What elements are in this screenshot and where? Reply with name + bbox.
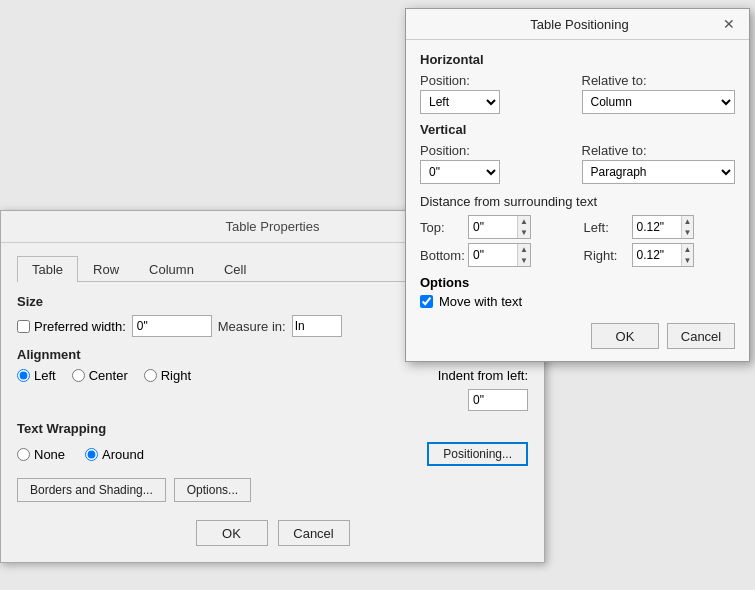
positioning-button[interactable]: Positioning...: [427, 442, 528, 466]
wrap-none-radio[interactable]: [17, 448, 30, 461]
pref-width-input[interactable]: [132, 315, 212, 337]
left-input-wrap: ▲ ▼: [632, 215, 695, 239]
v-position-label: Position:: [420, 143, 574, 158]
top-input-wrap: ▲ ▼: [468, 215, 531, 239]
align-right-text: Right: [161, 368, 191, 383]
horizontal-label: Horizontal: [420, 52, 735, 67]
distance-section: Distance from surrounding text Top: ▲ ▼ …: [420, 194, 735, 267]
left-spin-down[interactable]: ▼: [682, 227, 694, 238]
align-right-label[interactable]: Right: [144, 368, 191, 383]
measure-in-label: Measure in:: [218, 319, 286, 334]
bottom-input[interactable]: [469, 244, 517, 266]
left-spin-up[interactable]: ▲: [682, 216, 694, 227]
right-input[interactable]: [633, 244, 681, 266]
close-button[interactable]: ✕: [721, 16, 737, 32]
h-position-select[interactable]: Left Right Center Inside Outside: [420, 90, 500, 114]
v-relative-label: Relative to:: [582, 143, 736, 158]
tab-column[interactable]: Column: [134, 256, 209, 282]
move-with-text-text: Move with text: [439, 294, 522, 309]
borders-shading-button[interactable]: Borders and Shading...: [17, 478, 166, 502]
align-left-label[interactable]: Left: [17, 368, 56, 383]
v-relative-select[interactable]: Paragraph Margin Page: [582, 160, 736, 184]
top-label: Top:: [420, 220, 462, 235]
move-with-text-checkbox[interactable]: [420, 295, 433, 308]
pref-width-checkbox[interactable]: [17, 320, 30, 333]
move-with-text-label[interactable]: Move with text: [420, 294, 735, 309]
align-left-radio[interactable]: [17, 369, 30, 382]
top-input[interactable]: [469, 216, 517, 238]
wrap-around-radio[interactable]: [85, 448, 98, 461]
bottom-spinner: ▲ ▼: [517, 244, 530, 266]
pos-ok-button[interactable]: OK: [591, 323, 659, 349]
tab-table[interactable]: Table: [17, 256, 78, 282]
tab-row[interactable]: Row: [78, 256, 134, 282]
ok-cancel-row: OK Cancel: [17, 512, 528, 550]
wrap-none-text: None: [34, 447, 65, 462]
left-spinner: ▲ ▼: [681, 216, 694, 238]
right-label: Right:: [584, 248, 626, 263]
measure-in-input[interactable]: [292, 315, 342, 337]
bottom-label: Bottom:: [420, 248, 462, 263]
right-spin-down[interactable]: ▼: [682, 255, 694, 266]
right-spinner: ▲ ▼: [681, 244, 694, 266]
pos-titlebar: Table Positioning ✕: [406, 9, 749, 40]
right-input-wrap: ▲ ▼: [632, 243, 695, 267]
pos-ok-cancel: OK Cancel: [420, 319, 735, 349]
top-spinner: ▲ ▼: [517, 216, 530, 238]
bottom-input-wrap: ▲ ▼: [468, 243, 531, 267]
indent-label: Indent from left:: [438, 368, 528, 383]
pos-title: Table Positioning: [438, 17, 721, 32]
wrap-label: Text Wrapping: [17, 421, 528, 436]
wrap-none-label[interactable]: None: [17, 447, 65, 462]
pref-width-checkbox-label[interactable]: Preferred width:: [17, 319, 126, 334]
options-section: Options Move with text: [420, 275, 735, 309]
distance-label: Distance from surrounding text: [420, 194, 735, 209]
h-relative-label: Relative to:: [582, 73, 736, 88]
h-position-label: Position:: [420, 73, 574, 88]
indent-input[interactable]: [468, 389, 528, 411]
left-label: Left:: [584, 220, 626, 235]
pref-width-label: Preferred width:: [34, 319, 126, 334]
positioning-dialog: Table Positioning ✕ Horizontal Position:…: [405, 8, 750, 362]
text-wrapping-section: Text Wrapping None Around Positioning...: [17, 421, 528, 466]
align-center-radio[interactable]: [72, 369, 85, 382]
table-props-cancel-button[interactable]: Cancel: [278, 520, 350, 546]
v-position-select[interactable]: 0" Top Bottom Center: [420, 160, 500, 184]
tab-cell[interactable]: Cell: [209, 256, 261, 282]
right-spin-up[interactable]: ▲: [682, 244, 694, 255]
h-relative-select[interactable]: Column Margin Page: [582, 90, 736, 114]
bottom-spin-down[interactable]: ▼: [518, 255, 530, 266]
align-left-text: Left: [34, 368, 56, 383]
bottom-buttons: Borders and Shading... Options...: [17, 478, 528, 502]
table-props-title: Table Properties: [226, 219, 320, 234]
align-center-label[interactable]: Center: [72, 368, 128, 383]
options-label: Options: [420, 275, 735, 290]
align-center-text: Center: [89, 368, 128, 383]
vertical-label: Vertical: [420, 122, 735, 137]
left-input[interactable]: [633, 216, 681, 238]
wrap-around-label[interactable]: Around: [85, 447, 144, 462]
top-spin-down[interactable]: ▼: [518, 227, 530, 238]
pos-cancel-button[interactable]: Cancel: [667, 323, 735, 349]
table-props-ok-button[interactable]: OK: [196, 520, 268, 546]
wrap-around-text: Around: [102, 447, 144, 462]
top-spin-up[interactable]: ▲: [518, 216, 530, 227]
align-right-radio[interactable]: [144, 369, 157, 382]
bottom-spin-up[interactable]: ▲: [518, 244, 530, 255]
options-button[interactable]: Options...: [174, 478, 251, 502]
